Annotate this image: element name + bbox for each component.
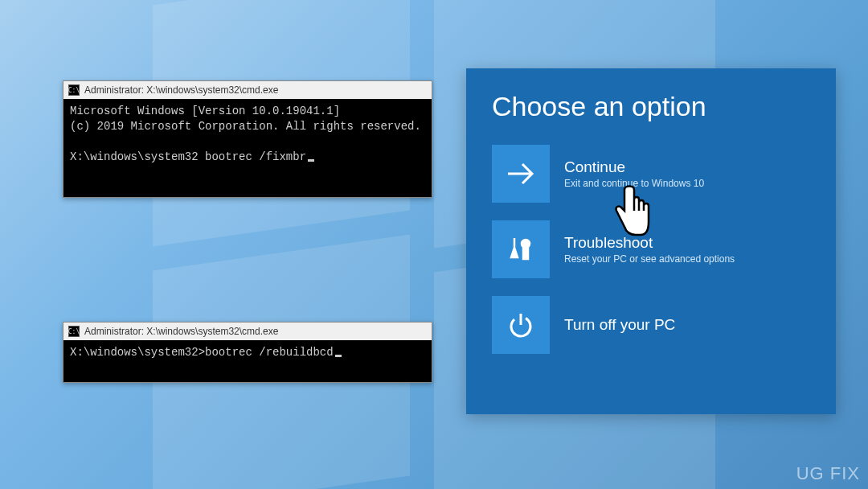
cmd-title-text: Administrator: X:\windows\system32\cmd.e…	[84, 84, 278, 96]
arrow-right-icon	[492, 145, 550, 203]
option-title: Troubleshoot	[564, 234, 735, 252]
choose-option-panel: Choose an option Continue Exit and conti…	[466, 68, 836, 414]
option-text: Continue Exit and continue to Windows 10	[564, 158, 704, 189]
cmd-window-fixmbr: C:\ Administrator: X:\windows\system32\c…	[63, 80, 432, 198]
text-cursor	[308, 159, 314, 162]
text-cursor	[335, 355, 342, 357]
cmd-prompt: X:\windows\system32>bootrec /rebuildbcd	[70, 346, 334, 359]
cmd-icon: C:\	[68, 326, 80, 337]
option-title: Turn off your PC	[564, 316, 675, 334]
option-text: Turn off your PC	[564, 316, 675, 334]
option-text: Troubleshoot Reset your PC or see advanc…	[564, 234, 735, 265]
option-sub: Exit and continue to Windows 10	[564, 178, 704, 189]
watermark: UG FIX	[796, 463, 860, 484]
option-troubleshoot[interactable]: Troubleshoot Reset your PC or see advanc…	[492, 220, 810, 278]
cmd-prompt: X:\windows\system32 bootrec /fixmbr	[70, 150, 306, 163]
cmd-icon: C:\	[68, 84, 80, 96]
cmd-body[interactable]: Microsoft Windows [Version 10.0.19041.1]…	[63, 99, 432, 197]
choose-heading: Choose an option	[492, 91, 810, 122]
cmd-body[interactable]: X:\windows\system32>bootrec /rebuildbcd	[63, 340, 432, 382]
cmd-line: Microsoft Windows [Version 10.0.19041.1]	[70, 105, 340, 117]
cmd-line: (c) 2019 Microsoft Corporation. All righ…	[70, 120, 421, 133]
cmd-titlebar: C:\ Administrator: X:\windows\system32\c…	[63, 81, 432, 99]
power-icon	[492, 296, 550, 354]
cmd-titlebar: C:\ Administrator: X:\windows\system32\c…	[63, 323, 432, 340]
cmd-title-text: Administrator: X:\windows\system32\cmd.e…	[84, 326, 278, 337]
option-title: Continue	[564, 158, 704, 176]
option-sub: Reset your PC or see advanced options	[564, 253, 735, 265]
tools-icon	[492, 220, 550, 278]
option-turn-off[interactable]: Turn off your PC	[492, 296, 810, 354]
option-continue[interactable]: Continue Exit and continue to Windows 10	[492, 145, 810, 203]
cmd-window-rebuildbcd: C:\ Administrator: X:\windows\system32\c…	[63, 322, 432, 383]
